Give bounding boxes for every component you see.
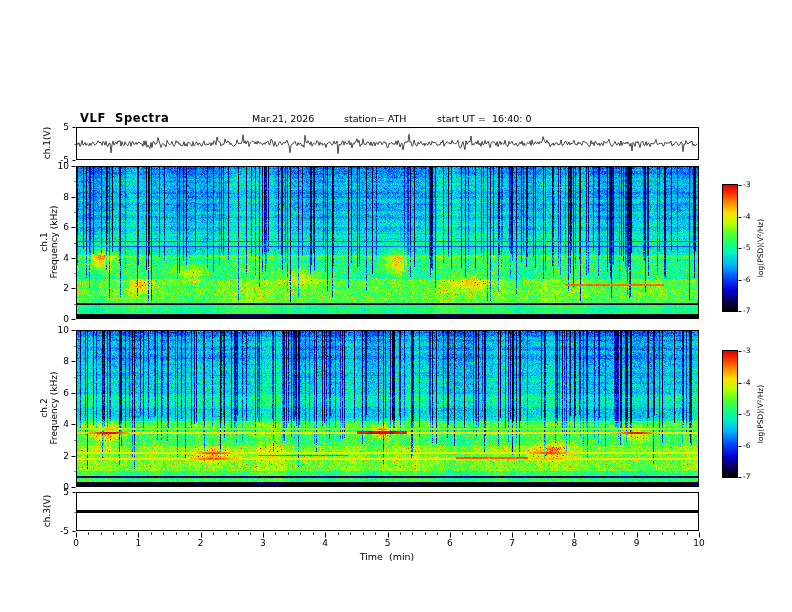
x-tick-label: 3 <box>260 539 266 548</box>
y-tick-label: 8 <box>63 192 69 201</box>
x-tick-label: 10 <box>693 539 704 548</box>
y-tick-label: 4 <box>63 253 69 262</box>
y-tick-label: 6 <box>63 388 69 397</box>
x-tick-label: 8 <box>572 539 578 548</box>
colorbar-tick-label: -3 <box>743 347 750 355</box>
colorbar-ch1-canvas <box>723 185 737 311</box>
x-tick-label: 9 <box>634 539 640 548</box>
colorbar-tick-label: -6 <box>743 276 750 284</box>
y-tick-label: 0 <box>63 483 69 492</box>
colorbar-tick-label: -6 <box>743 442 750 450</box>
x-tick-label: 2 <box>198 539 204 548</box>
y-tick-label: 10 <box>58 162 69 171</box>
ch1-waveform-panel <box>76 127 699 160</box>
ch3-waveform-panel <box>76 492 699 531</box>
colorbar-tick-label: -7 <box>743 307 750 315</box>
y-tick-label: 2 <box>63 284 69 293</box>
ch1-waveform-canvas <box>77 128 698 159</box>
y-tick-label: 4 <box>63 420 69 429</box>
x-tick-label: 1 <box>135 539 141 548</box>
ch1-frequency-axis-label: ch.1 Frequency (kHz) <box>39 205 59 278</box>
colorbar-tick-label: -5 <box>743 244 750 252</box>
x-tick-label: 6 <box>447 539 453 548</box>
ch2-spectrogram-panel <box>76 330 699 487</box>
ch1-spectrogram-panel <box>76 166 699 319</box>
ch3-waveform-canvas <box>77 493 698 530</box>
y-tick-label: 6 <box>63 223 69 232</box>
ch3-voltage-axis-label: ch.3(V) <box>42 495 52 527</box>
colorbar-tick-label: -4 <box>743 213 750 221</box>
header-date: Mar.21, 2026 <box>252 113 314 124</box>
x-tick-label: 4 <box>322 539 328 548</box>
vlf-spectra-figure: VLF Spectra Mar.21, 2026 station= ATH st… <box>0 0 792 612</box>
frequency-khz-label-line: Frequency (kHz) <box>49 205 59 278</box>
x-tick-label: 7 <box>509 539 515 548</box>
colorbar-ch1 <box>722 184 738 312</box>
ch2-frequency-axis-label: ch.2 Frequency (kHz) <box>39 371 59 444</box>
frequency-khz-label-line: Frequency (kHz) <box>49 371 59 444</box>
ch2-spectrogram-canvas <box>77 331 698 486</box>
y-tick-label: 0 <box>63 315 69 324</box>
header-station: station= ATH <box>344 113 406 124</box>
ch1-label-line: ch.1 <box>39 205 49 278</box>
ch2-label-line: ch.2 <box>39 371 49 444</box>
colorbar-ch2-canvas <box>723 351 737 477</box>
header-start-ut: start UT = 16:40: 0 <box>437 113 532 124</box>
ch1-voltage-axis-label: ch.1(V) <box>42 127 52 159</box>
ch1-spectrogram-canvas <box>77 167 698 318</box>
colorbar-ch1-label: log(PSD)(V²/Hz) <box>756 219 765 277</box>
x-tick-label: 0 <box>73 539 79 548</box>
y-tick-label: 8 <box>63 357 69 366</box>
time-axis-label: Time (min) <box>360 551 415 562</box>
figure-title: VLF Spectra <box>80 111 169 125</box>
colorbar-ch2 <box>722 350 738 478</box>
colorbar-tick-label: -7 <box>743 473 750 481</box>
colorbar-tick-label: -5 <box>743 410 750 418</box>
x-tick-label: 5 <box>385 539 391 548</box>
y-tick-label: 10 <box>58 326 69 335</box>
colorbar-ch2-label: log(PSD)(V²/Hz) <box>756 385 765 443</box>
colorbar-tick-label: -3 <box>743 181 750 189</box>
y-tick-label: 2 <box>63 451 69 460</box>
y-tick-label: 5 <box>63 123 69 132</box>
y-tick-label: -5 <box>60 527 69 536</box>
colorbar-tick-label: -4 <box>743 379 750 387</box>
